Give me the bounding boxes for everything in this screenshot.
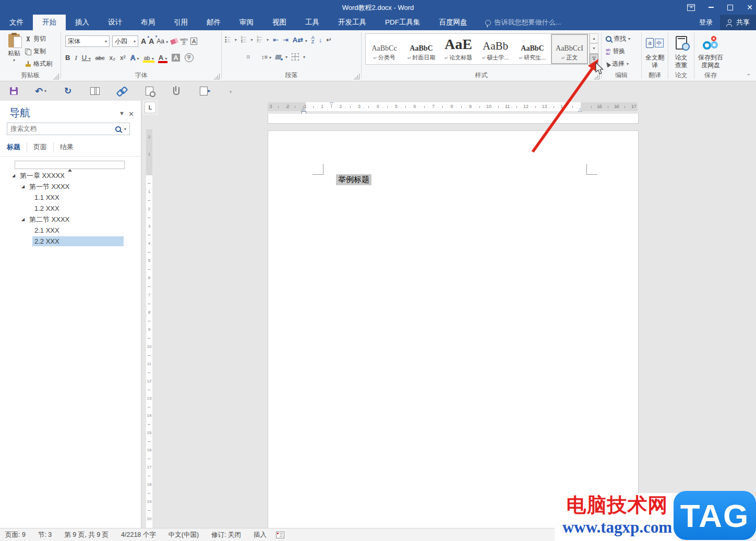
paper-check-button[interactable]: 论文查重	[668, 33, 694, 69]
multilevel-list-button[interactable]: 1― a― i―	[257, 36, 262, 43]
tab-开发工具[interactable]: 开发工具	[329, 15, 376, 30]
style-硕士学...[interactable]: AaBb↵硕士学...	[477, 34, 514, 64]
tree-collapse-caret[interactable]: ◢	[9, 173, 18, 178]
save-to-baidu-button[interactable]: 保存到百度网盘	[694, 33, 727, 69]
strikethrough-button[interactable]: abc	[95, 55, 105, 61]
replace-button[interactable]: ab ac替换	[606, 47, 630, 56]
tree-collapse-caret[interactable]: ◢	[19, 184, 27, 189]
tab-审阅[interactable]: 审阅	[230, 15, 263, 30]
status-item[interactable]: 4/2218 个字	[115, 531, 162, 539]
line-spacing-button[interactable]: ↕≡ ▾	[261, 54, 271, 60]
ribbon-display-options-icon[interactable]	[687, 4, 695, 11]
vertical-ruler[interactable]: 211234567891011121314151617181920	[146, 129, 152, 528]
style-封面日期[interactable]: AaBbC↵封面日期	[403, 34, 440, 64]
numbering-button[interactable]: 1― 2― 3―	[241, 36, 247, 43]
bold-button[interactable]: B	[65, 54, 70, 62]
underline-button[interactable]: U ▾	[82, 54, 91, 62]
tab-布局[interactable]: 布局	[131, 15, 164, 30]
macro-record-icon[interactable]	[276, 532, 284, 538]
overflow-button[interactable]	[217, 87, 244, 95]
justify-button[interactable]	[247, 55, 250, 58]
nav-tab-结果[interactable]: 结果	[53, 142, 80, 152]
maximize-icon[interactable]	[727, 5, 733, 10]
tree-item[interactable]: ◢第一节 XXXX	[0, 181, 124, 192]
paste-dropdown-caret[interactable]: ▾	[4, 58, 24, 63]
jump-to-top-button[interactable]	[15, 161, 125, 169]
tab-工具[interactable]: 工具	[296, 15, 329, 30]
subscript-button[interactable]: x₂	[110, 54, 116, 62]
clipboard-dialog-launcher[interactable]	[53, 74, 59, 79]
paste-button[interactable]: 粘贴 ▾	[4, 33, 24, 74]
sort-button[interactable]: AZ	[311, 35, 315, 44]
tree-item[interactable]: 2.1 XXX	[0, 225, 124, 236]
status-item[interactable]: 中文(中国)	[162, 531, 205, 539]
style-正文[interactable]: AaBbCcI↵正文	[551, 34, 588, 64]
bullets-button[interactable]: ●― ●― ●―	[225, 36, 231, 43]
phonetic-guide-button[interactable]: wén文	[180, 38, 188, 45]
decrease-indent-button[interactable]: ⇤	[273, 36, 279, 44]
side-by-side-button[interactable]	[81, 87, 109, 95]
distribute-button[interactable]	[254, 55, 257, 58]
close-icon[interactable]: ✕	[747, 4, 753, 11]
copy-button[interactable]: 复制	[25, 47, 52, 56]
tab-开始[interactable]: 开始	[33, 15, 66, 30]
font-size-combobox[interactable]: 小四▾	[112, 35, 138, 47]
styles-scroll-down-button[interactable]: ▼	[590, 43, 598, 53]
minimize-icon[interactable]	[709, 7, 714, 8]
enclose-characters-button[interactable]: 字	[185, 53, 194, 62]
align-center-button[interactable]	[232, 55, 235, 58]
nav-tab-标题[interactable]: 标题	[7, 142, 27, 152]
first-line-indent-marker[interactable]: ▽	[330, 101, 333, 106]
increase-indent-button[interactable]: ⇥	[283, 36, 289, 44]
share-button[interactable]: 共享	[720, 15, 756, 30]
attach-button[interactable]	[163, 87, 190, 95]
tree-item[interactable]: 1.2 XXX	[0, 203, 124, 214]
send-button[interactable]	[190, 87, 217, 95]
undo-caret[interactable]: ▾	[44, 89, 46, 93]
status-item[interactable]: 第 9 页, 共 9 页	[58, 531, 115, 539]
tree-item[interactable]: ◢第二节 XXXX	[0, 214, 124, 225]
tell-me-box[interactable]: 告诉我您想要做什么...	[485, 15, 561, 30]
tree-item[interactable]: 2.2 XXX	[0, 236, 124, 247]
preview-button[interactable]	[136, 87, 163, 95]
show-hide-marks-button[interactable]: ↵	[326, 36, 332, 44]
tab-stop-selector[interactable]: L	[145, 102, 156, 113]
status-item[interactable]: 插入	[247, 531, 273, 539]
style-论文标题[interactable]: AaE↵论文标题	[440, 34, 477, 64]
tree-item[interactable]: ◢第一章 XXXXX	[0, 170, 124, 181]
shading-button[interactable]	[275, 55, 282, 59]
font-color-button[interactable]: A ▾	[159, 54, 167, 62]
previous-page-bottom[interactable]	[268, 114, 639, 124]
tab-视图[interactable]: 视图	[263, 15, 296, 30]
document-page[interactable]: 举例标题	[268, 130, 639, 529]
search-options-caret[interactable]: ▾	[124, 127, 126, 131]
paragraph-dialog-launcher[interactable]	[354, 74, 359, 79]
text-effects-button[interactable]: A ▾	[130, 54, 139, 62]
collapse-ribbon-icon[interactable]: ⌃	[747, 73, 751, 79]
status-item[interactable]: 节: 3	[32, 531, 58, 539]
full-text-translate-button[interactable]: a中 全文翻译	[642, 33, 668, 69]
document-search-input[interactable]: 搜索文档 ▾	[7, 123, 130, 135]
clear-formatting-icon[interactable]	[170, 38, 178, 45]
tab-PDF工具集[interactable]: PDF工具集	[376, 15, 430, 30]
save-button[interactable]	[0, 87, 27, 95]
nav-tab-页面[interactable]: 页面	[27, 142, 53, 152]
link-button[interactable]	[109, 88, 136, 95]
change-case-button[interactable]: Aa ▾	[157, 38, 168, 45]
grow-font-button[interactable]: A	[141, 37, 146, 45]
tab-文件[interactable]: 文件	[0, 15, 33, 30]
tab-设计[interactable]: 设计	[99, 15, 131, 30]
tree-item[interactable]: 1.1 XXX	[0, 192, 124, 203]
character-border-button[interactable]: A	[190, 38, 197, 45]
tab-插入[interactable]: 插入	[66, 15, 99, 30]
superscript-button[interactable]: x²	[120, 54, 126, 62]
italic-button[interactable]: I	[75, 54, 77, 62]
undo-button[interactable]: ▾	[27, 86, 54, 97]
status-item[interactable]: 修订: 关闭	[205, 531, 247, 539]
search-icon[interactable]	[115, 126, 121, 132]
align-left-button[interactable]	[225, 55, 228, 58]
document-heading-text[interactable]: 举例标题	[336, 174, 371, 185]
shrink-font-button[interactable]: A	[149, 37, 154, 45]
styles-more-button[interactable]: ▼	[590, 54, 598, 64]
status-item[interactable]: 页面: 9	[0, 531, 32, 539]
